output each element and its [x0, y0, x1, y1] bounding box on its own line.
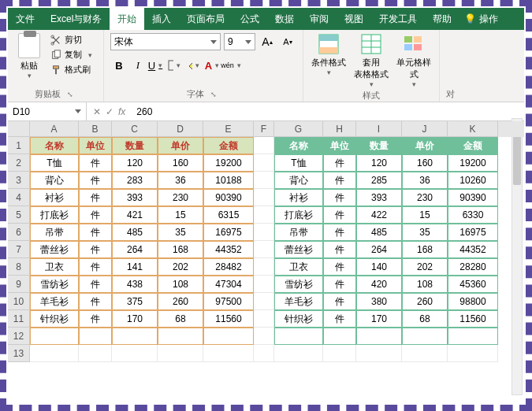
cell[interactable]: 单位 [323, 137, 356, 154]
cell[interactable]: 45360 [448, 276, 498, 293]
cell[interactable]: 卫衣 [30, 258, 79, 276]
cell[interactable]: 羊毛衫 [30, 293, 79, 310]
decrease-font-button[interactable]: A▾ [279, 33, 296, 50]
cell[interactable]: 16975 [448, 224, 498, 241]
cell[interactable]: 230 [402, 189, 448, 206]
row-header[interactable]: 4 [8, 189, 30, 206]
cell[interactable]: 件 [79, 241, 112, 258]
cell[interactable]: 件 [79, 293, 112, 310]
cell[interactable] [254, 328, 274, 345]
cell[interactable]: 202 [402, 258, 448, 276]
cell[interactable]: 金额 [203, 137, 254, 154]
cell[interactable]: 28482 [203, 258, 254, 276]
cell[interactable]: T恤 [30, 154, 79, 172]
cell[interactable] [448, 345, 498, 362]
cell[interactable]: 衬衫 [274, 189, 323, 206]
cell[interactable]: 名称 [30, 137, 79, 154]
bold-button[interactable]: B [110, 57, 128, 74]
cell[interactable]: 47304 [203, 276, 254, 293]
cell[interactable]: 6315 [203, 206, 254, 224]
cell[interactable]: 380 [356, 293, 402, 310]
cell[interactable]: 108 [158, 276, 203, 293]
cell[interactable] [402, 328, 448, 345]
cell[interactable]: 260 [402, 293, 448, 310]
cell[interactable] [203, 328, 254, 345]
cell[interactable]: 件 [79, 310, 112, 328]
format-as-table-button[interactable]: 套用 表格格式 ▾ [352, 33, 390, 88]
tab-insert[interactable]: 插入 [144, 8, 179, 30]
cell[interactable]: 36 [158, 172, 203, 189]
cell[interactable]: 件 [79, 206, 112, 224]
cell[interactable]: 件 [79, 258, 112, 276]
cell[interactable]: 件 [323, 206, 356, 224]
tab-dev-tools[interactable]: 开发工具 [371, 8, 425, 30]
cell[interactable]: 16975 [203, 224, 254, 241]
underline-button[interactable]: U▾ [148, 57, 166, 74]
cell[interactable]: 10260 [448, 172, 498, 189]
cell[interactable]: 件 [323, 241, 356, 258]
cell[interactable]: 393 [112, 189, 158, 206]
select-all-corner[interactable] [8, 121, 30, 137]
cell[interactable]: 375 [112, 293, 158, 310]
cell[interactable]: 背心 [274, 172, 323, 189]
cell[interactable]: 雪纺衫 [274, 276, 323, 293]
cell[interactable]: 35 [158, 224, 203, 241]
cell[interactable]: 件 [323, 258, 356, 276]
cell[interactable]: 438 [112, 276, 158, 293]
cell[interactable]: 单价 [158, 137, 203, 154]
row-header[interactable]: 7 [8, 241, 30, 258]
paste-button[interactable]: 粘贴 ▾ [14, 33, 44, 80]
cell[interactable]: 数量 [112, 137, 158, 154]
format-painter-button[interactable]: 格式刷 [49, 63, 97, 76]
formula-input[interactable]: 260 [132, 106, 524, 117]
cell[interactable]: 衬衫 [30, 189, 79, 206]
cell[interactable]: T恤 [274, 154, 323, 172]
copy-button[interactable]: 复制 ▾ [49, 48, 97, 61]
cell[interactable] [254, 345, 274, 362]
cell[interactable] [112, 345, 158, 362]
cell[interactable]: 90390 [448, 189, 498, 206]
cell[interactable] [254, 276, 274, 293]
worksheet-grid[interactable]: A B C D E F G H I J K 1名称单位数量单价金额名称单位数量单… [8, 121, 524, 403]
col-header[interactable]: D [158, 121, 203, 137]
cell[interactable]: 雪纺衫 [30, 276, 79, 293]
cell[interactable]: 420 [356, 276, 402, 293]
row-header[interactable]: 8 [8, 258, 30, 276]
cell[interactable]: 36 [402, 172, 448, 189]
fill-color-button[interactable]: ▾ [186, 57, 203, 74]
cell[interactable]: 168 [158, 241, 203, 258]
cell[interactable]: 15 [158, 206, 203, 224]
cell[interactable]: 108 [402, 276, 448, 293]
cell[interactable]: 蕾丝衫 [30, 241, 79, 258]
name-box[interactable]: D10 [8, 102, 87, 120]
cell[interactable] [158, 345, 203, 362]
cell[interactable]: 170 [356, 310, 402, 328]
font-name-select[interactable]: 宋体 [110, 33, 221, 50]
cell[interactable] [254, 154, 274, 172]
cell[interactable]: 19200 [203, 154, 254, 172]
cell[interactable]: 11560 [203, 310, 254, 328]
cell[interactable] [254, 172, 274, 189]
cell[interactable]: 285 [356, 172, 402, 189]
tab-view[interactable]: 视图 [337, 8, 371, 30]
cell[interactable]: 168 [402, 241, 448, 258]
cell[interactable]: 120 [112, 154, 158, 172]
cell[interactable]: 97500 [203, 293, 254, 310]
tab-excel-finance[interactable]: Excel与财务 [43, 8, 110, 30]
cell[interactable]: 6330 [448, 206, 498, 224]
row-header[interactable]: 6 [8, 224, 30, 241]
row-header[interactable]: 5 [8, 206, 30, 224]
cell[interactable] [274, 328, 323, 345]
cell[interactable] [356, 328, 402, 345]
font-color-button[interactable]: A▾ [205, 57, 222, 74]
row-header[interactable]: 1 [8, 137, 30, 154]
cell[interactable]: 件 [323, 293, 356, 310]
cell[interactable]: 68 [158, 310, 203, 328]
dialog-launcher-icon[interactable]: ⤡ [64, 91, 76, 98]
cell[interactable]: 件 [323, 154, 356, 172]
fx-icon[interactable]: fx [118, 106, 125, 117]
cell[interactable] [254, 189, 274, 206]
cell[interactable]: 件 [79, 172, 112, 189]
cell[interactable]: 140 [356, 258, 402, 276]
cell[interactable]: 件 [79, 189, 112, 206]
